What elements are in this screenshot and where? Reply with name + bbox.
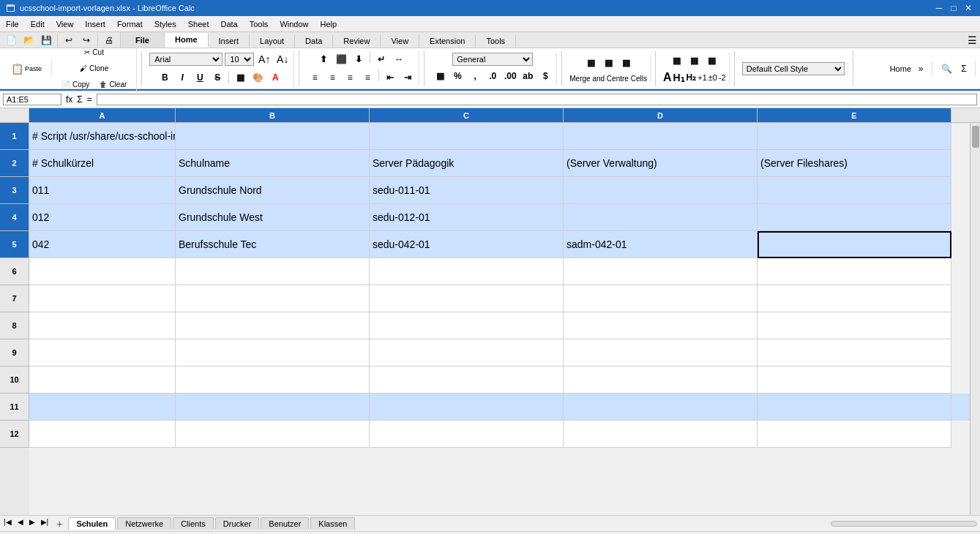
cell-d3[interactable] bbox=[564, 177, 758, 204]
cell-a12[interactable] bbox=[29, 421, 176, 448]
row-header-7[interactable]: 7 bbox=[0, 285, 29, 312]
align-right-button[interactable]: ≡ bbox=[342, 69, 358, 86]
clone-button[interactable]: 🖌 Clone bbox=[76, 61, 112, 76]
increase-font-button[interactable]: A↑ bbox=[256, 51, 272, 67]
cell-d10[interactable] bbox=[564, 366, 758, 394]
shrink-text-button[interactable]: ↔ bbox=[391, 51, 407, 67]
number-format-select[interactable]: General bbox=[452, 53, 533, 66]
menu-item-format[interactable]: Format bbox=[111, 18, 149, 30]
cell-d11[interactable] bbox=[564, 394, 758, 421]
formula-input[interactable] bbox=[97, 94, 977, 105]
cell-d7[interactable] bbox=[564, 285, 758, 312]
align-middle-button[interactable]: ⬛ bbox=[333, 51, 349, 67]
align-bottom-button[interactable]: ⬇ bbox=[351, 51, 367, 67]
menu-item-view[interactable]: View bbox=[51, 18, 80, 30]
cell-c12[interactable] bbox=[370, 421, 564, 448]
horizontal-scrollbar[interactable] bbox=[831, 521, 977, 527]
indent-decrease-button[interactable]: ⇤ bbox=[382, 69, 398, 86]
cell-e10[interactable] bbox=[758, 366, 951, 394]
cell-b1[interactable] bbox=[176, 123, 370, 150]
close-button[interactable]: ✕ bbox=[962, 2, 974, 14]
collapse-ribbon-button[interactable]: ☰ bbox=[968, 34, 977, 46]
col-header-d[interactable]: D bbox=[564, 108, 758, 122]
cell-b11[interactable] bbox=[176, 394, 370, 421]
decimal-decrease-button[interactable]: .00 bbox=[502, 68, 518, 84]
justify-button[interactable]: ≡ bbox=[359, 69, 375, 86]
cell-c5[interactable]: sedu-042-01 bbox=[370, 231, 564, 258]
cell-a5[interactable]: 042 bbox=[29, 231, 176, 258]
menu-item-edit[interactable]: Edit bbox=[25, 18, 51, 30]
thousands-button[interactable]: , bbox=[467, 68, 483, 84]
align-top-button[interactable]: ⬆ bbox=[315, 51, 332, 67]
decimal-increase-button[interactable]: .0 bbox=[485, 68, 501, 84]
percent-button[interactable]: % bbox=[449, 68, 465, 84]
row-header-1[interactable]: 1 bbox=[0, 123, 29, 150]
sheet-tab-schulen[interactable]: Schulen bbox=[68, 517, 116, 530]
menu-item-window[interactable]: Window bbox=[274, 18, 314, 30]
row-header-11[interactable]: 11 bbox=[0, 394, 29, 421]
tab-layout[interactable]: Layout bbox=[250, 34, 295, 48]
tab-insert[interactable]: Insert bbox=[209, 34, 250, 48]
cell-a6[interactable] bbox=[29, 258, 176, 285]
cell-c7[interactable] bbox=[370, 285, 564, 312]
new-button[interactable]: 📄 bbox=[3, 32, 19, 48]
row-header-12[interactable]: 12 bbox=[0, 421, 29, 448]
cell-b6[interactable] bbox=[176, 258, 370, 285]
cell-c1[interactable] bbox=[370, 123, 564, 150]
cell-d6[interactable] bbox=[564, 258, 758, 285]
vertical-scrollbar[interactable] bbox=[970, 123, 980, 515]
row-header-2[interactable]: 2 bbox=[0, 150, 29, 177]
sheet-tab-benutzer[interactable]: Benutzer bbox=[261, 517, 309, 530]
row-header-9[interactable]: 9 bbox=[0, 339, 29, 366]
cell-b10[interactable] bbox=[176, 366, 370, 394]
row-header-8[interactable]: 8 bbox=[0, 312, 29, 339]
tab-view[interactable]: View bbox=[381, 34, 419, 48]
cell-c4[interactable]: sedu-012-01 bbox=[370, 204, 564, 231]
cell-e4[interactable] bbox=[758, 204, 951, 231]
highlight-button[interactable]: 🎨 bbox=[250, 69, 266, 86]
cell-b5[interactable]: Berufsschule Tec bbox=[176, 231, 370, 258]
menu-item-help[interactable]: Help bbox=[315, 18, 343, 30]
cell-d8[interactable] bbox=[564, 312, 758, 339]
style-grid-button[interactable]: ▦ bbox=[669, 53, 685, 69]
fx-button[interactable]: fx bbox=[64, 94, 74, 105]
font-size-select[interactable]: 10 pt bbox=[225, 53, 254, 66]
menu-item-insert[interactable]: Insert bbox=[79, 18, 111, 30]
cell-a2[interactable]: # Schulkürzel bbox=[29, 150, 176, 177]
cell-e8[interactable] bbox=[758, 312, 951, 339]
cell-d5[interactable]: sadm-042-01 bbox=[564, 231, 758, 258]
cell-a3[interactable]: 011 bbox=[29, 177, 176, 204]
bold-button[interactable]: B bbox=[157, 69, 173, 86]
indent-increase-button[interactable]: ⇥ bbox=[400, 69, 416, 86]
row-header-10[interactable]: 10 bbox=[0, 366, 29, 394]
underline-button[interactable]: U bbox=[192, 69, 208, 86]
font-name-select[interactable]: Arial bbox=[149, 53, 222, 66]
cell-b8[interactable] bbox=[176, 312, 370, 339]
cell-b7[interactable] bbox=[176, 285, 370, 312]
cell-a9[interactable] bbox=[29, 339, 176, 366]
tab-data[interactable]: Data bbox=[295, 34, 333, 48]
paste-button[interactable]: 📋 Paste bbox=[7, 61, 45, 76]
cell-a10[interactable] bbox=[29, 366, 176, 394]
align-center-button[interactable]: ≡ bbox=[324, 69, 340, 86]
tab-tools[interactable]: Tools bbox=[476, 34, 516, 48]
menu-item-data[interactable]: Data bbox=[214, 18, 243, 30]
menu-item-tools[interactable]: Tools bbox=[244, 18, 274, 30]
sheet-tab-klassen[interactable]: Klassen bbox=[310, 517, 355, 530]
cell-d4[interactable] bbox=[564, 204, 758, 231]
col-header-b[interactable]: B bbox=[176, 108, 370, 122]
merge-grid-button3[interactable]: ▦ bbox=[618, 55, 634, 71]
scrollbar-thumb[interactable] bbox=[972, 126, 979, 148]
clear-button[interactable]: 🗑 Clear bbox=[96, 78, 130, 92]
window-controls[interactable]: ─ □ ✕ bbox=[933, 2, 974, 14]
open-button[interactable]: 📂 bbox=[20, 32, 37, 48]
tab-home[interactable]: Home bbox=[165, 33, 209, 48]
cell-e11[interactable] bbox=[758, 394, 951, 421]
cell-e12[interactable] bbox=[758, 421, 951, 448]
cell-b2[interactable]: Schulname bbox=[176, 150, 370, 177]
menu-item-styles[interactable]: Styles bbox=[149, 18, 182, 30]
menu-item-file[interactable]: File bbox=[0, 18, 25, 30]
row-header-4[interactable]: 4 bbox=[0, 204, 29, 231]
cell-b9[interactable] bbox=[176, 339, 370, 366]
cell-e7[interactable] bbox=[758, 285, 951, 312]
